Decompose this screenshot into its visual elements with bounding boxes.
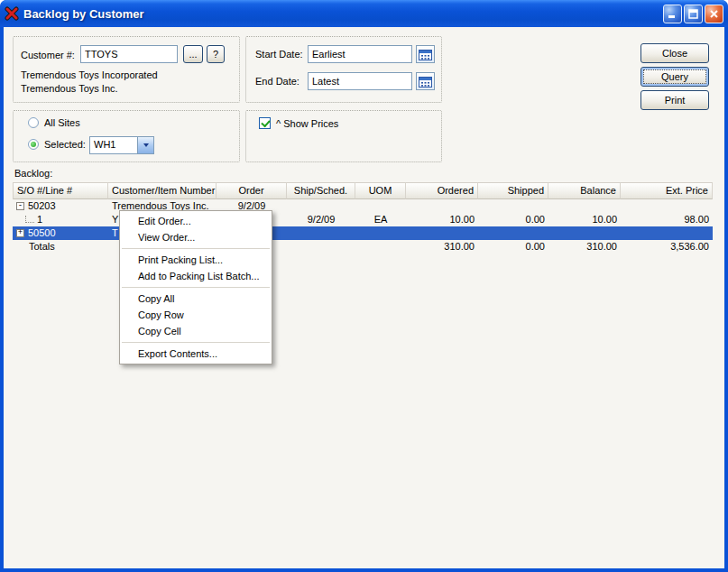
minimize-icon: [668, 9, 677, 19]
customer-help-button[interactable]: ?: [207, 45, 225, 63]
maximize-button[interactable]: [684, 5, 703, 23]
menu-separator: [122, 287, 270, 288]
site-combobox-value: WH1: [90, 137, 137, 153]
site-combobox-dropdown-button[interactable]: [137, 137, 153, 153]
menu-item-add-to-packing-list-batch[interactable]: Add to Packing List Batch...: [120, 268, 272, 284]
ext-price-cell: [621, 199, 713, 213]
column-header-ordered[interactable]: Ordered: [406, 182, 478, 199]
customer-group: Customer #: ... ? Tremendous Toys Incorp…: [13, 36, 240, 103]
balance-cell: [548, 226, 621, 240]
shipped-cell: 0.00: [478, 213, 548, 226]
ship-cell: 9/2/09: [287, 213, 355, 226]
uom-cell: [355, 226, 406, 240]
start-date-label: Start Date:: [255, 49, 303, 60]
ext-price-cell: 98.00: [621, 213, 713, 226]
column-header-customer-item[interactable]: Customer/Item Number: [108, 182, 217, 199]
ordered-cell: [406, 199, 478, 213]
ext-price-total-cell: 3,536.00: [621, 240, 713, 254]
end-date-input[interactable]: [308, 72, 412, 90]
ship-cell: [287, 226, 355, 240]
column-header-ext-price[interactable]: Ext. Price: [621, 182, 713, 199]
all-sites-radio[interactable]: [28, 117, 39, 128]
uom-cell: [355, 199, 406, 213]
menu-item-copy-all[interactable]: Copy All: [120, 291, 272, 307]
menu-item-print-packing-list[interactable]: Print Packing List...: [120, 252, 272, 268]
so-number: 50500: [28, 227, 56, 238]
table-row-totals[interactable]: Totals 310.00 0.00 310.00 3,536.00: [13, 240, 713, 254]
expand-expander-icon[interactable]: +: [16, 229, 24, 237]
context-menu: Edit Order... View Order... Print Packin…: [119, 210, 272, 364]
title-bar[interactable]: Backlog by Customer: [0, 0, 728, 27]
end-date-calendar-button[interactable]: [416, 72, 435, 90]
show-prices-checkbox[interactable]: [259, 117, 271, 129]
so-number: 50203: [28, 200, 56, 211]
ext-price-cell: [621, 226, 713, 240]
dialog-content: Customer #: ... ? Tremendous Toys Incorp…: [4, 27, 724, 568]
ordered-cell: [406, 226, 478, 240]
totals-label: Totals: [13, 240, 108, 254]
window-title: Backlog by Customer: [23, 7, 659, 21]
uom-cell: EA: [355, 213, 406, 226]
customer-number-label: Customer #:: [21, 50, 75, 60]
close-button[interactable]: [705, 5, 723, 23]
column-header-uom[interactable]: UOM: [355, 182, 406, 199]
close-icon: [709, 9, 719, 19]
menu-item-export-contents[interactable]: Export Contents...: [120, 346, 272, 362]
options-group: ^ Show Prices: [245, 110, 442, 162]
calendar-icon: [419, 76, 432, 88]
close-dialog-button[interactable]: Close: [640, 43, 709, 63]
shipped-cell: [478, 226, 548, 240]
table-row[interactable]: 1 Y 9/2/09 EA 10.00 0.00 10.00 98.00: [13, 213, 713, 226]
backlog-by-customer-window: Backlog by Customer Customer #: ... ? Tr…: [0, 0, 728, 572]
selected-site-radio[interactable]: [28, 139, 39, 150]
balance-cell: 10.00: [548, 213, 621, 226]
ordered-total-cell: 310.00: [406, 240, 478, 254]
menu-item-edit-order[interactable]: Edit Order...: [120, 213, 272, 229]
customer-alt-name: Tremendous Toys Inc.: [21, 83, 118, 94]
shipped-total-cell: 0.00: [478, 240, 548, 254]
menu-item-view-order[interactable]: View Order...: [120, 229, 272, 245]
uom-cell: [355, 240, 406, 254]
column-header-so-line[interactable]: S/O #/Line #: [13, 182, 108, 199]
site-combobox[interactable]: WH1: [89, 136, 154, 154]
menu-item-copy-cell[interactable]: Copy Cell: [120, 323, 272, 339]
calendar-icon: [419, 49, 432, 60]
backlog-table: S/O #/Line # Customer/Item Number Order …: [13, 182, 713, 254]
column-header-order[interactable]: Order: [217, 182, 287, 199]
chevron-down-icon: [143, 143, 149, 147]
column-header-shipped[interactable]: Shipped: [478, 182, 548, 199]
balance-total-cell: 310.00: [548, 240, 621, 254]
ordered-cell: 10.00: [406, 213, 478, 226]
show-prices-label: ^ Show Prices: [276, 118, 338, 129]
tree-branch-icon: [25, 216, 34, 223]
minimize-button[interactable]: [663, 5, 682, 23]
sites-group: All Sites Selected: WH1: [13, 110, 240, 162]
column-header-balance[interactable]: Balance: [548, 182, 621, 199]
menu-separator: [122, 248, 270, 249]
backlog-table-header: S/O #/Line # Customer/Item Number Order …: [13, 182, 713, 199]
selected-site-label: Selected:: [44, 139, 86, 150]
customer-number-input[interactable]: [80, 45, 178, 63]
ship-cell: [287, 240, 355, 254]
app-icon: [5, 6, 19, 21]
balance-cell: [548, 199, 621, 213]
menu-separator: [122, 342, 270, 343]
ship-cell: [287, 199, 355, 213]
all-sites-label: All Sites: [44, 117, 80, 128]
maximize-icon: [688, 9, 698, 19]
menu-item-copy-row[interactable]: Copy Row: [120, 307, 272, 323]
customer-name: Tremendous Toys Incorporated: [21, 69, 158, 80]
table-row[interactable]: -50203 Tremendous Toys Inc. 9/2/09: [13, 199, 713, 213]
collapse-expander-icon[interactable]: -: [16, 202, 24, 210]
dates-group: Start Date: End Date:: [245, 36, 442, 103]
column-header-ship-sched[interactable]: Ship/Sched.: [287, 182, 355, 199]
shipped-cell: [478, 199, 548, 213]
customer-lookup-button[interactable]: ...: [183, 45, 203, 63]
table-row-selected[interactable]: +50500 T: [13, 226, 713, 240]
query-button[interactable]: Query: [640, 67, 709, 87]
start-date-input[interactable]: [308, 45, 412, 63]
backlog-section-label: Backlog:: [14, 168, 52, 179]
print-button[interactable]: Print: [640, 90, 709, 110]
end-date-label: End Date:: [255, 76, 299, 87]
start-date-calendar-button[interactable]: [416, 45, 435, 63]
